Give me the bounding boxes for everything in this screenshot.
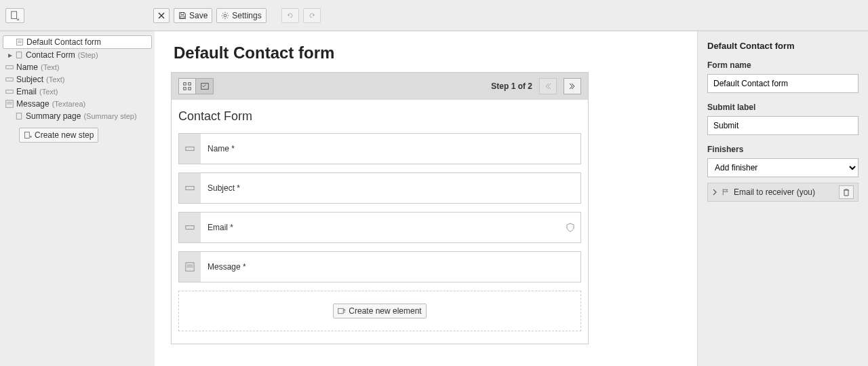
add-finisher-select[interactable]: Add finisher bbox=[707, 158, 859, 177]
svg-rect-20 bbox=[201, 84, 208, 90]
svg-rect-14 bbox=[16, 113, 22, 120]
svg-rect-7 bbox=[16, 52, 22, 58]
textarea-icon bbox=[5, 100, 14, 108]
save-button[interactable]: Save bbox=[174, 8, 212, 23]
svg-rect-8 bbox=[6, 66, 14, 69]
undo-icon bbox=[286, 12, 294, 20]
next-step-button[interactable] bbox=[564, 78, 581, 94]
form-field-name[interactable]: Name * bbox=[178, 133, 581, 164]
text-field-icon bbox=[185, 224, 195, 231]
svg-rect-0 bbox=[12, 11, 17, 18]
text-field-icon bbox=[5, 76, 14, 83]
svg-rect-10 bbox=[6, 90, 14, 94]
tree-item-summary[interactable]: Summary page (Summary step) bbox=[3, 110, 152, 122]
redo-icon bbox=[308, 12, 316, 20]
delete-finisher-button[interactable] bbox=[839, 185, 854, 199]
submit-label-input[interactable] bbox=[707, 116, 859, 135]
svg-rect-9 bbox=[6, 78, 14, 81]
svg-rect-27 bbox=[338, 308, 344, 314]
field-label: Message * bbox=[201, 252, 580, 282]
flag-icon bbox=[722, 188, 730, 196]
new-form-button[interactable] bbox=[5, 8, 24, 23]
save-label: Save bbox=[189, 11, 208, 20]
prev-step-button[interactable] bbox=[539, 78, 557, 94]
form-name-label: Form name bbox=[707, 60, 859, 70]
drag-handle[interactable] bbox=[179, 173, 201, 203]
svg-rect-16 bbox=[184, 83, 186, 86]
form-field-message[interactable]: Message * bbox=[178, 251, 581, 282]
tree-item-type: (Step) bbox=[78, 51, 98, 59]
add-element-zone: Create new element bbox=[178, 291, 581, 331]
text-field-icon bbox=[185, 185, 195, 191]
close-icon bbox=[158, 12, 165, 19]
drag-handle[interactable] bbox=[179, 252, 201, 282]
tree-item-field[interactable]: Message (Textarea) bbox=[3, 98, 152, 110]
create-step-button[interactable]: Create new step bbox=[19, 128, 98, 143]
tree-item-step[interactable]: ▸ Contact Form (Step) bbox=[3, 49, 152, 61]
create-element-label: Create new element bbox=[349, 306, 421, 316]
tree-item-label: Name bbox=[16, 62, 38, 72]
undo-button[interactable] bbox=[281, 8, 299, 23]
svg-rect-23 bbox=[186, 225, 194, 229]
gear-icon bbox=[221, 12, 229, 20]
save-icon bbox=[178, 12, 186, 20]
tree-item-type: (Text) bbox=[39, 88, 58, 96]
close-button[interactable] bbox=[153, 8, 170, 23]
form-stage: Step 1 of 2 Contact Form bbox=[171, 72, 589, 344]
tree-item-label: Summary page bbox=[26, 111, 81, 121]
svg-rect-4 bbox=[17, 39, 23, 45]
new-form-icon bbox=[10, 11, 20, 20]
tree-root[interactable]: Default Contact form bbox=[3, 35, 152, 49]
field-label: Subject * bbox=[201, 173, 580, 203]
finisher-item[interactable]: Email to receiver (you) bbox=[707, 183, 859, 202]
form-field-email[interactable]: Email * bbox=[178, 212, 581, 243]
svg-rect-21 bbox=[186, 147, 194, 150]
svg-point-3 bbox=[224, 14, 226, 17]
tree-item-label: Email bbox=[16, 87, 37, 96]
tree-item-field[interactable]: Name (Text) bbox=[3, 61, 152, 73]
finishers-label: Finishers bbox=[707, 145, 859, 154]
tree-item-type: (Text) bbox=[41, 63, 60, 71]
structure-tree: Default Contact form ▸ Contact Form (Ste… bbox=[0, 31, 155, 366]
chevron-right-icon bbox=[712, 189, 717, 196]
chevron-left-icon bbox=[545, 83, 551, 90]
settings-label: Settings bbox=[232, 11, 261, 20]
form-icon bbox=[16, 38, 24, 46]
drag-handle[interactable] bbox=[179, 213, 201, 242]
finisher-label: Email to receiver (you) bbox=[734, 187, 835, 197]
add-element-icon bbox=[338, 307, 346, 315]
add-icon bbox=[24, 131, 32, 139]
tree-item-field[interactable]: Subject (Text) bbox=[3, 73, 152, 86]
text-field-icon bbox=[185, 145, 195, 152]
svg-rect-1 bbox=[181, 12, 184, 14]
shield-icon bbox=[566, 223, 574, 232]
view-mode-preview-button[interactable] bbox=[196, 78, 214, 94]
settings-button[interactable]: Settings bbox=[216, 8, 266, 23]
tree-view-icon bbox=[182, 81, 192, 91]
text-field-icon bbox=[5, 88, 14, 95]
tree-root-label: Default Contact form bbox=[26, 37, 101, 47]
field-label: Email * bbox=[201, 213, 560, 242]
create-element-button[interactable]: Create new element bbox=[333, 304, 426, 318]
svg-rect-18 bbox=[184, 88, 186, 90]
text-field-icon bbox=[5, 64, 14, 71]
drag-handle[interactable] bbox=[179, 134, 201, 164]
step-indicator: Step 1 of 2 bbox=[491, 81, 532, 91]
tree-item-field[interactable]: Email (Text) bbox=[3, 86, 152, 98]
chevron-right-icon: ▸ bbox=[5, 50, 15, 60]
svg-rect-19 bbox=[189, 88, 191, 90]
field-label: Name * bbox=[201, 134, 580, 164]
form-field-subject[interactable]: Subject * bbox=[178, 172, 581, 204]
redo-button[interactable] bbox=[303, 8, 321, 23]
create-step-label: Create new step bbox=[35, 130, 94, 140]
page-icon bbox=[15, 51, 23, 59]
form-name-input[interactable] bbox=[707, 74, 859, 93]
properties-panel: Default Contact form Form name Submit la… bbox=[697, 31, 868, 366]
view-mode-tree-button[interactable] bbox=[178, 78, 196, 94]
svg-rect-2 bbox=[180, 16, 184, 18]
trash-icon bbox=[843, 188, 850, 196]
page-icon bbox=[15, 112, 23, 120]
tree-item-type: (Textarea) bbox=[52, 100, 86, 108]
textarea-icon bbox=[185, 262, 195, 272]
preview-icon bbox=[200, 81, 210, 91]
